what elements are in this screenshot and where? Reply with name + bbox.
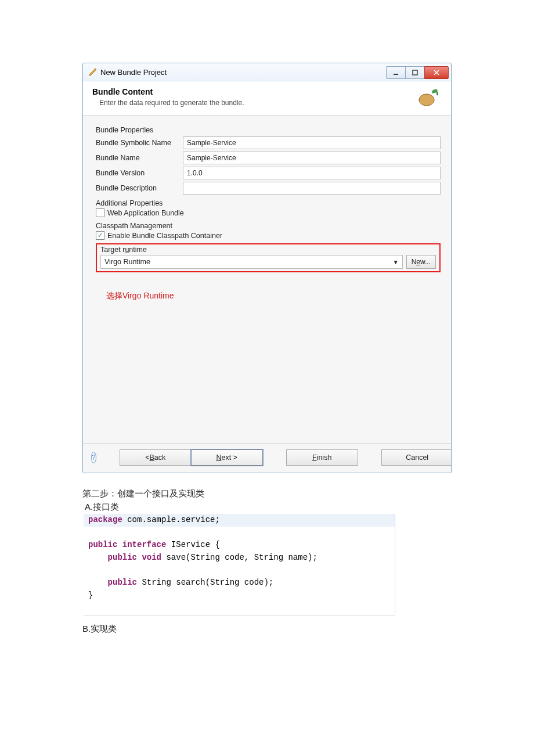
finish-button[interactable]: Finish [286,449,358,466]
target-runtime-heading: Target runtime [100,246,436,254]
new-bundle-project-dialog: New Bundle Project Bundle Content Enter … [82,63,452,473]
symbolic-name-field[interactable]: Sample-Service [183,136,441,149]
wizard-icon [88,67,97,77]
bundle-description-label: Bundle Description [96,184,183,192]
section-a-heading: A.接口类 [82,502,457,513]
section-b-heading: B.实现类 [82,624,457,635]
cancel-button[interactable]: Cancel [381,449,452,466]
help-icon[interactable]: ? [91,452,96,463]
banner-title: Bundle Content [92,87,415,96]
symbolic-name-label: Bundle Symbolic Name [96,139,183,147]
target-runtime-group: Target runtime Virgo Runtime ▼ New... [96,243,441,272]
annotation-red-note: 选择Virgo Runtime [106,291,441,301]
titlebar: New Bundle Project [83,63,451,81]
wab-label: Web Application Bundle [107,209,184,217]
target-runtime-value: Virgo Runtime [104,258,150,266]
bundle-properties-heading: Bundle Properties [96,126,441,134]
classpath-checkbox[interactable]: ✓ [96,231,104,240]
classpath-label: Enable Bundle Classpath Container [107,232,222,240]
svg-rect-1 [413,70,417,75]
bundle-name-field[interactable]: Sample-Service [183,152,441,164]
bundle-name-label: Bundle Name [96,154,183,162]
minimize-button[interactable] [386,66,406,79]
window-controls [387,66,449,78]
svg-rect-0 [394,74,398,75]
step2-heading: 第二步：创建一个接口及实现类 [82,488,457,499]
classpath-heading: Classpath Management [96,222,441,230]
wizard-footer: ? < Back Next > Finish Cancel [83,443,451,473]
bundle-description-field[interactable] [183,182,441,195]
window-title: New Bundle Project [100,68,387,77]
code-interface-iservice: package com.sample.service; public inter… [84,514,395,615]
next-button[interactable]: Next > [191,449,263,466]
wizard-content: Bundle Properties Bundle Symbolic Name S… [83,116,451,443]
additional-properties-heading: Additional Properties [96,199,441,207]
banner-description: Enter the data required to generate the … [92,99,415,107]
bundle-version-field[interactable]: 1.0.0 [183,167,441,179]
close-button[interactable] [424,66,449,79]
wizard-banner: Bundle Content Enter the data required t… [83,81,451,116]
target-runtime-select[interactable]: Virgo Runtime ▼ [100,255,403,269]
wab-checkbox[interactable] [96,208,104,217]
maximize-button[interactable] [405,66,425,79]
bundle-icon [415,87,442,109]
bundle-version-label: Bundle Version [96,169,183,177]
back-button[interactable]: < Back [120,449,191,466]
chevron-down-icon: ▼ [393,259,399,265]
new-runtime-button[interactable]: New... [406,255,436,269]
